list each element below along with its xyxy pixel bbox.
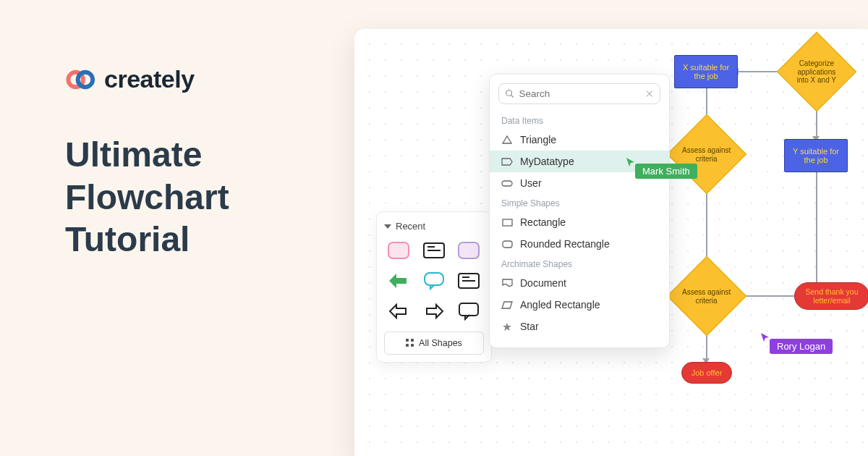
diagram-canvas[interactable]: X suitable for the job Categorize applic… (354, 29, 868, 456)
dropdown-section-header: Data Items (490, 111, 669, 129)
grid-icon (406, 339, 414, 347)
recent-header[interactable]: Recent (384, 221, 484, 232)
rounded-rectangle-icon (501, 239, 513, 249)
triangle-icon (501, 135, 513, 145)
page-title: Ultimate Flowchart Tutorial (65, 134, 326, 261)
all-shapes-button[interactable]: All Shapes (384, 332, 484, 355)
node-y-suitable[interactable]: Y suitable for the job (784, 139, 848, 172)
svg-point-4 (506, 90, 512, 96)
shape-rounded-rect-pink[interactable] (384, 239, 413, 262)
search-input[interactable] (519, 88, 641, 99)
dropdown-section-header: Archimate Shapes (490, 255, 669, 272)
logo: creately (65, 65, 326, 93)
shape-arrow-left-outline[interactable] (384, 300, 413, 323)
dropdown-item-angled-rectangle[interactable]: Angled Rectangle (490, 294, 669, 316)
node-job-offer[interactable]: Job offer (681, 362, 732, 384)
close-icon[interactable] (645, 89, 654, 98)
search-dropdown: Data Items Triangle MyDatatype User Simp… (489, 74, 670, 348)
collaborator-cursor-1: Mark Smith (625, 156, 697, 179)
connector (816, 172, 817, 295)
svg-line-5 (511, 95, 513, 97)
collaborator-cursor-2: Rory Logan (760, 332, 833, 354)
logo-text: creately (104, 65, 195, 93)
pill-icon (501, 178, 513, 188)
shape-list-box-2[interactable] (454, 269, 483, 292)
dropdown-item-rounded-rectangle[interactable]: Rounded Rectangle (490, 233, 669, 255)
logo-icon (65, 69, 97, 90)
node-send-thanks[interactable]: Send thank you letter/email (794, 282, 868, 310)
shape-arrow-left-green[interactable] (384, 269, 413, 292)
search-icon (505, 88, 514, 99)
shape-rounded-rect-purple[interactable] (454, 239, 483, 262)
svg-rect-3 (459, 303, 478, 316)
svg-point-1 (78, 72, 93, 87)
svg-rect-2 (425, 273, 443, 285)
tag-icon (501, 156, 513, 166)
node-x-suitable[interactable]: X suitable for the job (674, 55, 738, 88)
dropdown-item-star[interactable]: Star (490, 316, 669, 337)
dropdown-item-triangle[interactable]: Triangle (490, 129, 669, 151)
star-icon (501, 321, 513, 332)
dropdown-section-header: Simple Shapes (490, 194, 669, 211)
shape-speech-bubble[interactable] (420, 269, 448, 292)
shape-list-box[interactable] (420, 239, 448, 262)
chevron-down-icon (384, 224, 391, 229)
svg-rect-8 (502, 181, 512, 186)
shape-arrow-right-outline[interactable] (420, 300, 448, 323)
search-input-wrap[interactable] (498, 83, 660, 104)
dropdown-item-document[interactable]: Document (490, 272, 669, 294)
rectangle-icon (501, 217, 513, 227)
svg-rect-9 (503, 219, 512, 226)
document-icon (501, 278, 513, 288)
dropdown-item-rectangle[interactable]: Rectangle (490, 211, 669, 233)
svg-rect-10 (503, 241, 512, 248)
parallelogram-icon (501, 300, 513, 310)
shape-speech-bubble-outline[interactable] (454, 300, 483, 323)
shapes-panel: Recent All Shapes (376, 211, 492, 363)
